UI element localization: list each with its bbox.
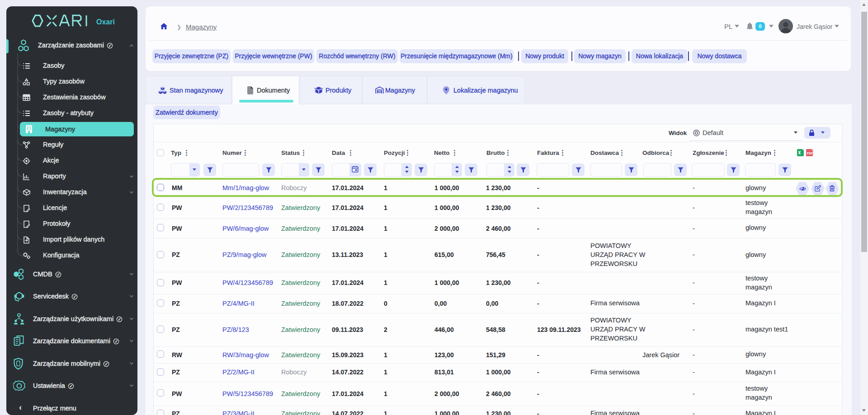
svg-text:PDF: PDF	[807, 152, 813, 155]
